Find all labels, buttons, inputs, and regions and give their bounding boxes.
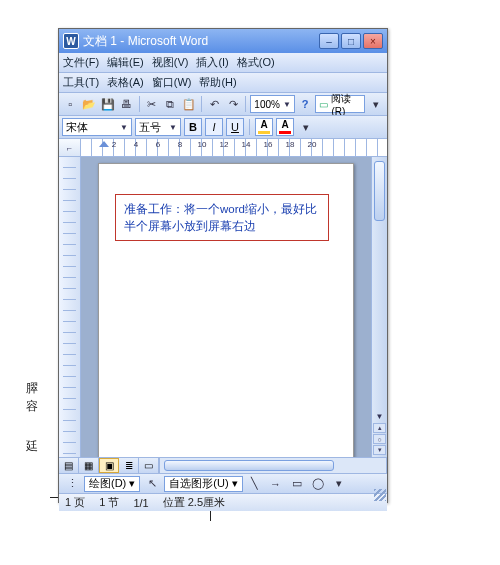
menu-tools[interactable]: 工具(T): [63, 75, 99, 90]
undo-icon[interactable]: ↶: [206, 95, 223, 113]
autoshapes-label: 自选图形(U): [169, 476, 228, 491]
fontcolor-a-icon: A: [277, 119, 293, 130]
minimize-button[interactable]: –: [319, 33, 339, 49]
separator: [139, 96, 140, 112]
scroll-thumb[interactable]: [374, 161, 385, 221]
ruler-track[interactable]: 2468101214161820: [81, 139, 387, 156]
overflow-icon[interactable]: ▾: [297, 118, 315, 136]
chevron-down-icon: ▾: [232, 477, 238, 490]
copy-icon[interactable]: ⧉: [162, 95, 179, 113]
reading-layout-button[interactable]: ▭ 阅读(R): [315, 95, 365, 113]
horizontal-ruler[interactable]: ⌐ 2468101214161820: [59, 139, 387, 157]
ruler-numbers: 2468101214161820: [81, 140, 387, 149]
chevron-down-icon: ▼: [120, 123, 128, 132]
menu-format[interactable]: 格式(O): [237, 55, 275, 70]
word-app-icon: W: [63, 33, 79, 49]
chevron-down-icon: ▼: [283, 100, 291, 109]
status-position: 位置 2.5厘米: [163, 495, 225, 510]
zoom-dropdown[interactable]: 100% ▼: [250, 95, 295, 113]
redo-icon[interactable]: ↷: [225, 95, 242, 113]
menu-bar-row2: 工具(T) 表格(A) 窗口(W) 帮助(H): [59, 73, 387, 93]
next-page-icon[interactable]: ▾: [373, 445, 386, 455]
resize-grip[interactable]: [374, 489, 386, 501]
scroll-down-icon[interactable]: ▼: [373, 409, 386, 423]
new-doc-icon[interactable]: ▫: [62, 95, 79, 113]
titlebar[interactable]: W 文档 1 - Microsoft Word – □ ×: [59, 29, 387, 53]
status-pages: 1/1: [133, 497, 148, 509]
background-text: 廷: [26, 438, 38, 455]
horizontal-scrollbar[interactable]: [159, 458, 387, 473]
textbox-content: 准备工作：将一个word缩小，最好比半个屏幕小放到屏幕右边: [124, 203, 317, 232]
menu-file[interactable]: 文件(F): [63, 55, 99, 70]
highlight-swatch: [258, 131, 270, 134]
close-button[interactable]: ×: [363, 33, 383, 49]
vertical-ruler[interactable]: [59, 157, 81, 457]
status-section: 1 节: [99, 495, 119, 510]
outline-view-icon[interactable]: ≣: [119, 458, 139, 473]
rectangle-icon[interactable]: ▭: [288, 475, 306, 493]
overflow-icon[interactable]: ▾: [367, 95, 384, 113]
document-page[interactable]: 准备工作：将一个word缩小，最好比半个屏幕小放到屏幕右边: [98, 163, 354, 457]
menu-edit[interactable]: 编辑(E): [107, 55, 144, 70]
word-window: W 文档 1 - Microsoft Word – □ × 文件(F) 编辑(E…: [58, 28, 388, 503]
menu-window[interactable]: 窗口(W): [152, 75, 192, 90]
menu-view[interactable]: 视图(V): [152, 55, 189, 70]
highlight-color-button[interactable]: A: [255, 118, 273, 136]
browse-object-icon[interactable]: ○: [373, 434, 386, 444]
open-icon[interactable]: 📂: [81, 95, 98, 113]
chevron-down-icon: ▼: [169, 123, 177, 132]
drawing-grip-icon[interactable]: ⋮: [63, 475, 81, 493]
separator: [201, 96, 202, 112]
font-name-dropdown[interactable]: 宋体 ▼: [62, 118, 132, 136]
draw-label: 绘图(D): [89, 476, 126, 491]
zoom-value: 100%: [254, 99, 280, 110]
hscroll-thumb[interactable]: [164, 460, 334, 471]
fontcolor-swatch: [279, 131, 291, 134]
read-label: 阅读(R): [331, 93, 361, 116]
arrow-icon[interactable]: →: [267, 475, 285, 493]
autoshapes-menu[interactable]: 自选图形(U) ▾: [164, 476, 242, 492]
normal-view-icon[interactable]: ▤: [59, 458, 79, 473]
help-icon[interactable]: ?: [297, 95, 314, 113]
background-text: 容: [26, 398, 38, 415]
menu-bar: 文件(F) 编辑(E) 视图(V) 插入(I) 格式(O): [59, 53, 387, 73]
tab-type-selector[interactable]: ⌐: [59, 139, 81, 156]
print-icon[interactable]: 🖶: [118, 95, 135, 113]
select-objects-icon[interactable]: ↖: [143, 475, 161, 493]
reading-view-icon[interactable]: ▭: [139, 458, 159, 473]
font-size: 五号: [139, 120, 161, 135]
separator: [249, 119, 250, 135]
print-layout-view-icon[interactable]: ▣: [99, 458, 119, 473]
font-size-dropdown[interactable]: 五号 ▼: [135, 118, 181, 136]
menu-insert[interactable]: 插入(I): [196, 55, 228, 70]
italic-button[interactable]: I: [205, 118, 223, 136]
prev-page-icon[interactable]: ▴: [373, 423, 386, 433]
font-name: 宋体: [66, 120, 88, 135]
oval-icon[interactable]: ◯: [309, 475, 327, 493]
vertical-scrollbar[interactable]: ▲ ▼ ▴ ○ ▾: [371, 157, 387, 457]
line-icon[interactable]: ╲: [246, 475, 264, 493]
standard-toolbar: ▫ 📂 💾 🖶 ✂ ⧉ 📋 ↶ ↷ 100% ▼ ? ▭ 阅读(R) ▾: [59, 93, 387, 116]
bold-button[interactable]: B: [184, 118, 202, 136]
menu-help[interactable]: 帮助(H): [199, 75, 236, 90]
formatting-toolbar: 宋体 ▼ 五号 ▼ B I U A A ▾: [59, 116, 387, 139]
red-textbox[interactable]: 准备工作：将一个word缩小，最好比半个屏幕小放到屏幕右边: [115, 194, 329, 241]
paste-icon[interactable]: 📋: [181, 95, 198, 113]
overflow-icon[interactable]: ▾: [330, 475, 348, 493]
save-icon[interactable]: 💾: [99, 95, 116, 113]
chevron-down-icon: ▾: [129, 477, 135, 490]
drawing-toolbar: ⋮ 绘图(D) ▾ ↖ 自选图形(U) ▾ ╲ → ▭ ◯ ▾: [59, 473, 387, 493]
status-bar: 1 页 1 节 1/1 位置 2.5厘米: [59, 493, 387, 511]
background-text: 臎: [26, 380, 38, 397]
document-area: 准备工作：将一个word缩小，最好比半个屏幕小放到屏幕右边 ▲ ▼ ▴ ○ ▾: [59, 157, 387, 457]
underline-button[interactable]: U: [226, 118, 244, 136]
page-viewport[interactable]: 准备工作：将一个word缩小，最好比半个屏幕小放到屏幕右边: [81, 157, 371, 457]
cut-icon[interactable]: ✂: [143, 95, 160, 113]
window-title: 文档 1 - Microsoft Word: [83, 33, 319, 50]
menu-table[interactable]: 表格(A): [107, 75, 144, 90]
maximize-button[interactable]: □: [341, 33, 361, 49]
web-view-icon[interactable]: ▦: [79, 458, 99, 473]
separator: [245, 96, 246, 112]
draw-menu[interactable]: 绘图(D) ▾: [84, 476, 140, 492]
font-color-button[interactable]: A: [276, 118, 294, 136]
